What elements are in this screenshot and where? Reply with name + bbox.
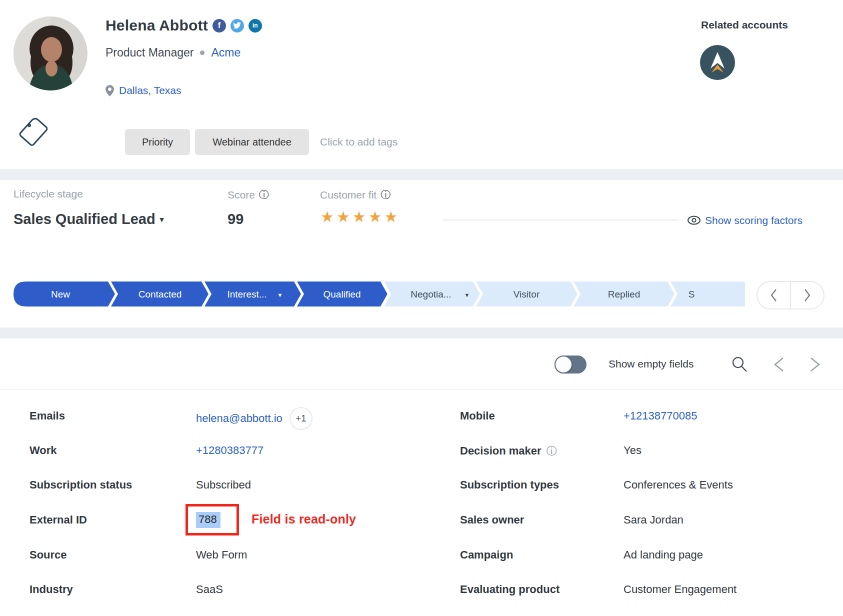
twitter-icon[interactable] [230, 19, 244, 32]
field-label-source: Source [30, 548, 67, 562]
twitter-bird-icon [233, 22, 241, 29]
pipeline-stage-new[interactable]: New [51, 289, 70, 300]
fields-prev-chevron-icon[interactable] [773, 356, 785, 372]
search-icon[interactable] [731, 356, 748, 373]
score-label: Score [228, 189, 255, 201]
tag-chip-priority[interactable]: Priority [125, 129, 190, 155]
tags-icon [16, 113, 52, 152]
eye-icon [687, 215, 701, 226]
lifecycle-stage-value: Sales Qualified Lead [14, 211, 156, 228]
show-empty-fields-label: Show empty fields [608, 358, 694, 370]
field-label-decision-maker: Decision maker ⓘ [460, 444, 557, 458]
linkedin-icon[interactable]: in [248, 19, 262, 32]
field-value-subscription-status: Subscribed [196, 478, 251, 492]
field-label-emails: Emails [30, 410, 65, 422]
related-account-logo[interactable] [700, 45, 735, 82]
chevron-down-icon[interactable]: ▼ [278, 292, 283, 298]
contact-detail-page: Helena Abbott f in Product Manager Acme … [0, 0, 843, 616]
field-label-industry: Industry [30, 583, 73, 596]
score-info-icon[interactable]: ⓘ [259, 188, 269, 202]
job-title: Product Manager [106, 46, 194, 60]
fields-next-chevron-icon[interactable] [809, 356, 821, 372]
field-label-subscription-types: Subscription types [460, 478, 559, 492]
customer-fit-label-row: Customer fit ⓘ [320, 188, 390, 202]
field-value-sales-owner: Sara Jordan [624, 514, 684, 526]
field-label-work: Work [30, 444, 57, 457]
field-value-mobile: +12138770085 [624, 410, 697, 422]
more-emails-badge[interactable]: +1 [290, 407, 312, 430]
field-value-industry: SaaS [196, 583, 223, 596]
field-label-sales-owner: Sales owner [460, 514, 524, 526]
field-label-subscription-status: Subscription status [30, 478, 132, 492]
tag-chip-webinar[interactable]: Webinar attendee [195, 129, 309, 155]
location-link[interactable]: Dallas, Texas [119, 84, 182, 96]
pipeline-stage-visitor[interactable]: Visitor [514, 289, 540, 300]
lifecycle-stage-dropdown[interactable]: Sales Qualified Lead ▾ [14, 211, 164, 228]
subtitle-row: Product Manager Acme [106, 46, 240, 60]
section-band-top [0, 169, 843, 180]
field-value-subscription-types: Conferences & Events [624, 478, 733, 492]
field-value-decision-maker: Yes [624, 444, 642, 457]
contact-name: Helena Abbott [106, 17, 208, 34]
company-link[interactable]: Acme [211, 46, 240, 60]
chevron-right-icon [804, 288, 810, 302]
location-row: Dallas, Texas [106, 84, 182, 96]
related-accounts-label: Related accounts [701, 19, 788, 31]
field-label-mobile: Mobile [460, 410, 495, 422]
customer-fit-label: Customer fit [320, 189, 376, 201]
field-label-campaign: Campaign [460, 548, 513, 562]
chevron-left-icon [770, 288, 777, 302]
facebook-icon[interactable]: f [212, 19, 226, 32]
annotation-note: Field is read-only [252, 512, 356, 526]
lifecycle-stage-label: Lifecycle stage [14, 188, 83, 200]
pipeline-stage-negotiation[interactable]: Negotia... [410, 289, 451, 300]
pipeline-stage-interest[interactable]: Interest... [227, 289, 266, 300]
contact-avatar [14, 16, 88, 90]
pipeline-scroll-controls [756, 281, 824, 310]
add-tags-input[interactable]: Click to add tags [320, 136, 398, 148]
pipeline-stage-contacted[interactable]: Contacted [138, 289, 182, 300]
pipeline-stage-truncated[interactable]: S [688, 289, 695, 300]
field-value-work: +1280383777 [196, 444, 264, 457]
pipeline-scroll-right-button[interactable] [790, 282, 824, 308]
chevron-down-icon: ▾ [160, 215, 164, 224]
annotation-highlight-box [186, 504, 239, 536]
show-empty-fields-toggle[interactable] [554, 356, 586, 374]
score-label-row: Score ⓘ [228, 188, 269, 202]
pipeline-stage-qualified[interactable]: Qualified [324, 289, 361, 300]
field-label-evaluating-product: Evaluating product [460, 583, 560, 596]
tag-chip-label: Webinar attendee [212, 136, 292, 148]
customer-fit-info-icon[interactable]: ⓘ [380, 188, 390, 202]
pipeline-stage-bar: New Contacted Interest... ▼ Qualified Ne… [0, 282, 843, 306]
field-value-source: Web Form [196, 548, 247, 562]
decision-maker-info-icon[interactable]: ⓘ [546, 444, 557, 458]
email-link[interactable]: helena@abbott.io [196, 412, 282, 425]
toggle-knob [556, 356, 572, 372]
field-value-campaign: Ad landing page [624, 548, 703, 562]
tag-chip-label: Priority [142, 136, 173, 148]
scoring-divider [443, 220, 679, 220]
work-phone-link[interactable]: +1280383777 [196, 444, 264, 457]
mobile-phone-link[interactable]: +12138770085 [624, 410, 697, 422]
field-label-external-id: External ID [30, 514, 87, 526]
section-band-bottom [0, 328, 843, 338]
avatar-photo-placeholder [14, 16, 88, 90]
fields-divider [0, 389, 843, 390]
field-value-evaluating-product: Customer Engagement [624, 583, 736, 596]
location-pin-icon [106, 85, 114, 96]
pipeline-scroll-left-button[interactable] [758, 282, 790, 308]
name-row: Helena Abbott f in [106, 17, 262, 34]
pipeline-stage-replied[interactable]: Replied [608, 289, 640, 300]
score-value: 99 [228, 211, 244, 228]
field-value-emails: helena@abbott.io +1 [196, 407, 312, 430]
show-scoring-factors-link[interactable]: Show scoring factors [705, 214, 802, 226]
dot-separator-icon [200, 50, 204, 55]
account-logo-icon [700, 45, 735, 80]
customer-fit-stars: ★★★★★ [320, 208, 400, 226]
chevron-down-icon[interactable]: ▼ [464, 292, 470, 298]
